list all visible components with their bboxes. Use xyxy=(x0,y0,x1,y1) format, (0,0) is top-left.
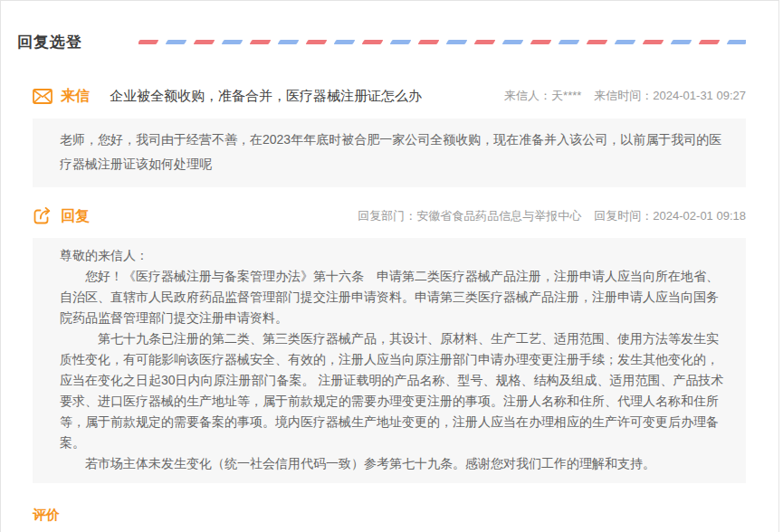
dash-segment xyxy=(222,40,243,44)
reply-section: 回复 回复部门：安徽省食品药品信息与举报中心回复时间：2024-02-01 09… xyxy=(33,205,746,483)
dash-segment xyxy=(643,40,664,44)
dash-segment xyxy=(418,40,440,44)
dash-segment xyxy=(250,40,272,44)
dash-segment xyxy=(587,40,608,44)
reply-meta: 回复部门：安徽省食品药品信息与举报中心回复时间：2024-02-01 09:18 xyxy=(358,208,746,224)
dash-segment xyxy=(446,40,468,44)
letter-title: 企业被全额收购，准备合并，医疗器械注册证怎么办 xyxy=(110,88,422,105)
letter-body-text: 老师，您好，我司由于经营不善，在2023年年底时被合肥一家公司全额收购，现在准备… xyxy=(60,128,728,176)
dash-segment xyxy=(278,40,300,44)
reply-body-box: 尊敬的来信人： 您好！《医疗器械注册与备案管理办法》第十六条 申请第二类医疗器械… xyxy=(33,238,746,483)
dash-segment xyxy=(559,40,580,44)
reply-time-value: 2024-02-01 09:18 xyxy=(653,209,746,223)
dash-segment xyxy=(138,40,158,44)
dash-segment xyxy=(474,40,496,44)
page-header: 回复选登 xyxy=(1,1,778,52)
sender-value: 天**** xyxy=(551,89,581,102)
sender-label: 来信人： xyxy=(504,89,551,102)
share-arrow-icon xyxy=(33,207,53,225)
dash-segment xyxy=(671,40,692,44)
reply-selection-panel: 回复选登 来信 企业被全额收购，准备合并，医疗器械注册证怎么办 来信人：天***… xyxy=(0,0,779,532)
page-title: 回复选登 xyxy=(17,32,82,52)
letter-time-value: 2024-01-31 09:27 xyxy=(653,89,746,102)
reply-section-head: 回复 回复部门：安徽省食品药品信息与举报中心回复时间：2024-02-01 09… xyxy=(33,205,746,227)
dash-segment xyxy=(390,40,412,44)
reply-section-label: 回复 xyxy=(61,207,90,226)
evaluation-label: 评价 xyxy=(33,507,746,524)
reply-dept-label: 回复部门： xyxy=(358,209,416,223)
reply-paragraph: 第七十九条已注册的第二类、第三类医疗器械产品，其设计、原材料、生产工艺、适用范围… xyxy=(60,328,728,453)
dash-segment xyxy=(334,40,356,44)
reply-time-label: 回复时间： xyxy=(594,209,653,223)
letter-section-head: 来信 企业被全额收购，准备合并，医疗器械注册证怎么办 来信人：天****来信时间… xyxy=(33,85,746,107)
letter-body-box: 老师，您好，我司由于经营不善，在2023年年底时被合肥一家公司全额收购，现在准备… xyxy=(33,119,746,187)
dash-segment xyxy=(306,40,328,44)
reply-paragraph: 尊敬的来信人： xyxy=(60,245,728,266)
letter-section: 来信 企业被全额收购，准备合并，医疗器械注册证怎么办 来信人：天****来信时间… xyxy=(33,85,746,187)
dash-segment xyxy=(727,40,746,44)
dash-segment xyxy=(194,40,215,44)
evaluation-section: 评价 满意 xyxy=(33,507,746,532)
reply-paragraph: 您好！《医疗器械注册与备案管理办法》第十六条 申请第二类医疗器械产品注册，注册申… xyxy=(60,266,728,328)
envelope-icon xyxy=(33,89,53,104)
dash-segment xyxy=(530,40,552,44)
dash-segment xyxy=(699,40,721,44)
dash-segment xyxy=(362,40,384,44)
dash-segment xyxy=(615,40,636,44)
letter-time-label: 来信时间： xyxy=(594,89,653,102)
dash-segment xyxy=(502,40,524,44)
reply-paragraph: 若市场主体未发生变化（统一社会信用代码一致）参考第七十九条。感谢您对我们工作的理… xyxy=(60,453,728,474)
dash-segment xyxy=(166,40,187,44)
letter-meta: 来信人：天****来信时间：2024-01-31 09:27 xyxy=(504,88,746,104)
decorative-dashed-line xyxy=(138,39,746,46)
reply-dept-value: 安徽省食品药品信息与举报中心 xyxy=(416,209,581,223)
letter-section-label: 来信 xyxy=(61,87,90,106)
